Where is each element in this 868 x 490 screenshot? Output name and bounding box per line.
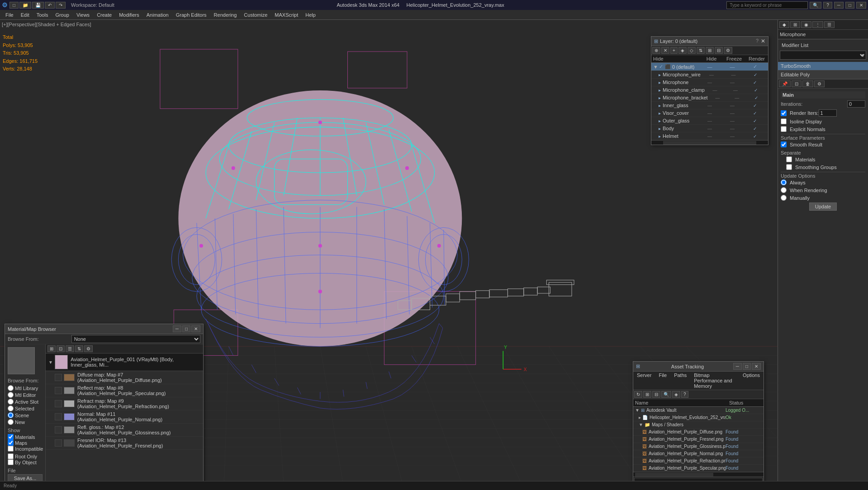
at-row-vault[interactable]: ▼ ⊞ Autodesk Vault Logged O... (633, 407, 764, 414)
at-find-btn[interactable]: 🔍 (661, 391, 671, 398)
undo-btn[interactable]: ↶ (45, 2, 55, 9)
manually-radio[interactable] (781, 195, 787, 201)
layers-close-btn[interactable]: ✕ (761, 38, 765, 44)
mat-filter-byobject-check[interactable] (8, 459, 14, 465)
menu-group[interactable]: Group (52, 11, 73, 19)
mat-item-normal[interactable]: Normal: Map #11 (Aviation_Helmet_Purple_… (46, 410, 203, 424)
mat-radio-selected-input[interactable] (8, 405, 14, 411)
at-menu-options[interactable]: Options (739, 372, 764, 390)
at-expand-btn[interactable]: ⊞ (643, 391, 651, 398)
mod-delete-btn[interactable]: 🗑 (802, 80, 813, 87)
iterations-input[interactable] (847, 100, 865, 108)
mod-make-unique-btn[interactable]: ⊡ (792, 80, 802, 87)
mat-show-maps-check[interactable] (8, 440, 14, 446)
mat-radio-mtllib-input[interactable] (8, 385, 14, 391)
layers-help-btn[interactable]: ? (754, 38, 760, 44)
at-collapse-btn[interactable]: ⊟ (652, 391, 660, 398)
at-refresh-btn[interactable]: ↻ (634, 391, 642, 398)
menu-customize[interactable]: Customize (240, 11, 271, 19)
layer-row-visorcover[interactable]: ▸ Visor_cover — — ✓ (651, 109, 768, 117)
menu-tools[interactable]: Tools (33, 11, 52, 19)
mat-radio-new-input[interactable] (8, 419, 14, 425)
layer-row-innerglass[interactable]: ▸ Inner_glass — — ✓ (651, 102, 768, 109)
at-maximize-btn[interactable]: □ (743, 363, 751, 370)
mod-configure-btn[interactable]: ⚙ (814, 80, 825, 87)
mat-tb-filter-btn[interactable]: ⚙ (84, 345, 93, 352)
layer-row-mic[interactable]: ▸ Microphone — — ✓ (651, 79, 768, 86)
mod-pin-btn[interactable]: 📌 (779, 80, 791, 87)
open-btn[interactable]: 📁 (19, 2, 31, 9)
modifier-list-dropdown[interactable] (780, 51, 866, 60)
mat-radio-mtleditor-input[interactable] (8, 392, 14, 398)
layer-row-micwire[interactable]: ▸ Microphone_wire — — ✓ (651, 71, 768, 79)
at-scrollbar[interactable] (633, 472, 764, 476)
mat-browse-select[interactable]: None Mtl Library Mtl Editor Active Slot … (71, 335, 200, 343)
always-radio[interactable] (781, 179, 787, 185)
at-row-diffuse[interactable]: 🖼 Aviation_Helmet_Purple_Diffuse.png Fou… (633, 429, 764, 436)
when-rendering-radio[interactable] (781, 187, 787, 193)
at-row-glossiness[interactable]: 🖼 Aviation_Helmet_Purple_Glossiness.png … (633, 443, 764, 450)
menu-edit[interactable]: Edit (17, 11, 33, 19)
rp-icon4[interactable]: ⋮ (812, 21, 823, 28)
smooth-result-check[interactable] (781, 141, 787, 147)
mat-show-materials-check[interactable] (8, 434, 14, 440)
mat-item-diffuse[interactable]: Diffuse map: Map #7 (Aviation_Helmet_Pur… (46, 371, 203, 384)
layer-row-outerglass[interactable]: ▸ Outer_glass — — ✓ (651, 117, 768, 125)
layers-select-all-btn[interactable]: ◇ (688, 47, 696, 54)
mat-minimize-btn[interactable]: ─ (173, 325, 181, 332)
smoothing-groups-check[interactable] (786, 164, 792, 170)
layer-row-body[interactable]: ▸ Body — — ✓ (651, 125, 768, 132)
at-menu-file[interactable]: File (655, 372, 670, 390)
at-row-fresnel[interactable]: 🖼 Aviation_Helmet_Purple_Fresnel.png Fou… (633, 436, 764, 443)
mat-radio-scene-input[interactable] (8, 412, 14, 418)
layers-scrollbar[interactable] (651, 140, 768, 145)
layers-options-btn[interactable]: ⚙ (724, 47, 732, 54)
mat-item-fresnel[interactable]: Fresnel IOR: Map #13 (Aviation_Helmet_Pu… (46, 437, 203, 450)
rp-icon5[interactable]: ☰ (824, 21, 835, 28)
at-close-btn[interactable]: ✕ (752, 363, 761, 370)
at-menu-paths[interactable]: Paths (670, 372, 690, 390)
render-iters-check[interactable] (781, 110, 787, 116)
layers-sort-btn[interactable]: ⇅ (697, 47, 705, 54)
menu-create[interactable]: Create (93, 11, 115, 19)
close-btn[interactable]: ✕ (856, 2, 866, 9)
at-help-btn[interactable]: ? (681, 391, 688, 398)
save-btn[interactable]: 💾 (32, 2, 44, 9)
mat-tb-sort-btn[interactable]: ⇅ (75, 345, 83, 352)
layers-select-btn[interactable]: ◈ (678, 47, 687, 54)
search-btn[interactable]: 🔍 (810, 2, 821, 9)
mat-tb-small-btn[interactable]: ⊡ (57, 345, 65, 352)
layers-add-select-btn[interactable]: + (670, 47, 678, 54)
at-row-specular[interactable]: 🖼 Aviation_Helmet_Purple_Specular.png Fo… (633, 465, 764, 472)
layer-row-micclamp[interactable]: ▸ Microphone_clamp — — ✓ (651, 86, 768, 94)
mat-radio-activeslot-input[interactable] (8, 399, 14, 405)
render-iters-input[interactable] (819, 109, 837, 117)
layer-row-micbracket[interactable]: ▸ Microphone_bracket — — ✓ (651, 94, 768, 102)
layers-new-btn[interactable]: ⊕ (652, 47, 660, 54)
menu-maxscript[interactable]: MAXScript (271, 11, 302, 19)
mat-close-btn[interactable]: ✕ (191, 325, 200, 332)
update-btn[interactable]: Update (809, 203, 837, 211)
menu-animation[interactable]: Animation (143, 11, 172, 19)
mat-maximize-btn[interactable]: □ (182, 325, 190, 332)
menu-views[interactable]: Views (73, 11, 93, 19)
at-select-btn[interactable]: ◈ (672, 391, 680, 398)
at-menu-server[interactable]: Server (633, 372, 655, 390)
menu-file[interactable]: File (2, 11, 17, 19)
explicit-normals-check[interactable] (781, 126, 787, 132)
mat-show-incompatible-check[interactable] (8, 446, 14, 452)
menu-rendering[interactable]: Rendering (210, 11, 241, 19)
new-btn[interactable]: □ (9, 2, 19, 9)
at-row-refraction[interactable]: 🖼 Aviation_Helmet_Purple_Refraction.png … (633, 457, 764, 465)
menu-graph-editors[interactable]: Graph Editors (172, 11, 210, 19)
at-row-maps[interactable]: ▼ 📁 Maps / Shaders (633, 421, 764, 429)
rp-icon2[interactable]: ⊞ (790, 21, 800, 28)
mat-item-refract[interactable]: Refract map: Map #9 (Aviation_Helmet_Pur… (46, 397, 203, 410)
layer-row-default[interactable]: ▼ ✓ ⬛ 0 (default) — — ✓ (651, 63, 768, 71)
mat-tb-view-btn[interactable]: ⊞ (47, 345, 56, 352)
mat-item-reflect[interactable]: Reflect map: Map #8 (Aviation_Helmet_Pur… (46, 384, 203, 397)
materials-check[interactable] (786, 156, 792, 162)
minimize-btn[interactable]: ─ (834, 2, 844, 9)
menu-modifiers[interactable]: Modifiers (115, 11, 143, 19)
at-menu-bitmap[interactable]: Bitmap Performance and Memory (690, 372, 739, 390)
